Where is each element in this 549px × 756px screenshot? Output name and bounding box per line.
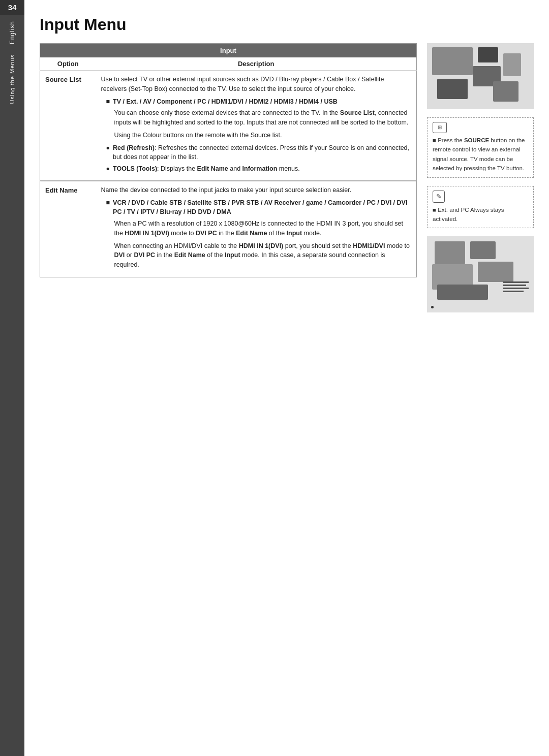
bullet-text-tv: TV / Ext. / AV / Component / PC / HDMI1/… xyxy=(113,97,338,107)
desc-edit-para-1: Name the device connected to the input j… xyxy=(101,185,412,195)
page-title: Input Menu xyxy=(40,15,534,34)
pencil-icon: ✎ xyxy=(433,191,445,203)
sub-bullet-2: When a PC with a resolution of 1920 x 10… xyxy=(114,219,412,270)
input-table: Input Option Description Source List Use xyxy=(40,43,417,277)
bullet-text-vcr: VCR / DVD / Cable STB / Satellite STB / … xyxy=(113,198,411,217)
bullet-dot-2: ● xyxy=(106,164,110,174)
table-header: Input xyxy=(40,44,417,58)
source-note-text: ■ Press the SOURCE button on the remote … xyxy=(433,136,528,173)
main-content: Input Menu Input Option Description xyxy=(24,0,549,756)
tv-image-top xyxy=(427,43,534,109)
source-icon-glyph: ⊞ xyxy=(438,122,442,133)
table-row: Edit Name Name the device connected to t… xyxy=(40,181,417,277)
desc-para-1: Use to select TV or other external input… xyxy=(101,75,412,94)
bullet-square-1: ■ xyxy=(106,97,110,107)
bullet-item-red: ● Red (Refresh): Refreshes the connected… xyxy=(106,143,412,163)
page-number: 34 xyxy=(0,0,24,15)
desc-source-list: Use to select TV or other external input… xyxy=(96,71,417,181)
bullet-text-red: Red (Refresh): Refreshes the connected e… xyxy=(113,143,411,163)
bullet-square-2: ■ xyxy=(106,198,110,217)
sub-para-1: You can choose only those external devic… xyxy=(114,108,412,128)
bullet-group-2: ■ VCR / DVD / Cable STB / Satellite STB … xyxy=(106,198,412,270)
side-notes: ⊞ ■ Press the SOURCE button on the remot… xyxy=(427,43,534,312)
col-description-header: Description xyxy=(96,57,417,71)
source-note-box: ⊞ ■ Press the SOURCE button on the remot… xyxy=(427,117,534,178)
option-source-list: Source List xyxy=(40,71,96,181)
sub-para-3: When a PC with a resolution of 1920 x 10… xyxy=(114,219,412,238)
sidebar-section: Using the Menus xyxy=(9,54,15,104)
source-note-line1: ■ Press the SOURCE button on the remote … xyxy=(433,137,525,171)
bullet-group-1: ■ TV / Ext. / AV / Component / PC / HDMI… xyxy=(106,97,412,174)
pixel-dot xyxy=(431,306,434,308)
sidebar: 34 English Using the Menus xyxy=(0,0,24,756)
col-option-header: Option xyxy=(40,57,96,71)
table-section: Input Option Description Source List Use xyxy=(40,43,417,277)
tv-image-bottom xyxy=(427,236,534,312)
sub-bullet-1: You can choose only those external devic… xyxy=(114,108,412,140)
sub-para-4: When connecting an HDMI/DVI cable to the… xyxy=(114,241,412,270)
pencil-note-text: ■ Ext. and PC Always stays activated. xyxy=(433,205,528,224)
pixel-text-lines xyxy=(503,281,529,292)
sidebar-lang: English xyxy=(9,21,16,44)
bullet-item-tools: ● TOOLS (Tools): Displays the Edit Name … xyxy=(106,164,412,174)
source-icon: ⊞ xyxy=(433,122,447,133)
bullet-item-tv: ■ TV / Ext. / AV / Component / PC / HDMI… xyxy=(106,97,412,107)
bullet-item-vcr: ■ VCR / DVD / Cable STB / Satellite STB … xyxy=(106,198,412,217)
page-container: 34 English Using the Menus Input Menu In… xyxy=(0,0,549,756)
option-edit-name: Edit Name xyxy=(40,181,96,277)
pencil-note-box: ✎ ■ Ext. and PC Always stays activated. xyxy=(427,186,534,229)
pencil-note-line1: ■ Ext. and PC Always stays activated. xyxy=(433,207,504,222)
bullet-text-tools: TOOLS (Tools): Displays the Edit Name an… xyxy=(113,164,300,174)
pencil-icon-glyph: ✎ xyxy=(436,193,442,200)
content-row: Input Option Description Source List Use xyxy=(40,43,534,312)
table-row: Source List Use to select TV or other ex… xyxy=(40,71,417,181)
bullet-dot-1: ● xyxy=(106,143,110,163)
desc-edit-name: Name the device connected to the input j… xyxy=(96,181,417,277)
sub-para-2: Using the Colour buttons on the remote w… xyxy=(114,131,412,140)
